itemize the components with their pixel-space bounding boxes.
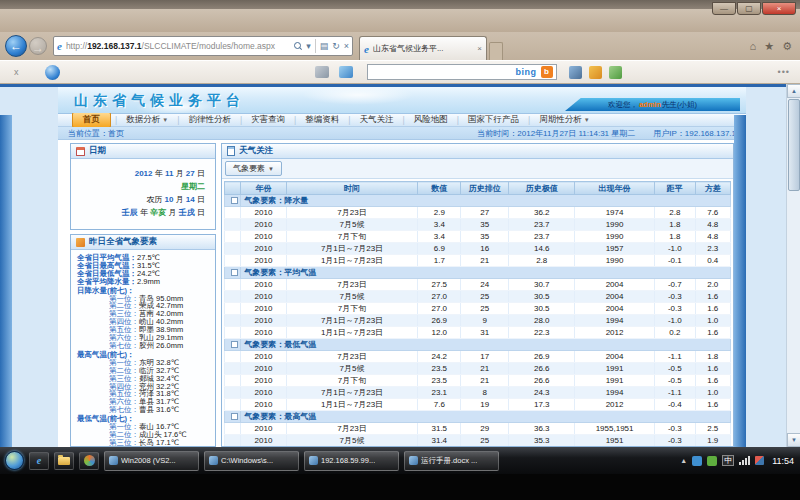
taskbar-folder-icon[interactable] xyxy=(54,452,74,470)
bing-search-input[interactable]: bing b xyxy=(367,64,557,80)
table-cell: -1.0 xyxy=(655,315,695,327)
nav-item-8[interactable]: 周期性分析▼ xyxy=(530,114,598,126)
checkbox[interactable] xyxy=(231,269,238,276)
table-cell: -0.3 xyxy=(655,291,695,303)
checkbox[interactable] xyxy=(231,413,238,420)
table-row[interactable]: 20107月1日～7月23日6.91614.61957-1.02.3 xyxy=(225,243,731,255)
table-row[interactable]: 20107月下旬3.43523.719901.84.8 xyxy=(225,231,731,243)
toolbar-tool-icon-1[interactable] xyxy=(569,66,582,79)
table-row[interactable]: 20101月1日～7月23日7.61917.32012-0.41.6 xyxy=(225,399,731,411)
ime-indicator[interactable]: 中 xyxy=(722,455,734,466)
toolbar-app-icon-1[interactable] xyxy=(315,66,329,78)
tools-gear-icon[interactable]: ⚙ xyxy=(782,40,792,53)
element-group-row[interactable]: 气象要素：最高气温 xyxy=(225,411,731,423)
forward-button[interactable]: → xyxy=(29,37,47,55)
element-group-row[interactable]: 气象要素：降水量 xyxy=(225,195,731,207)
scroll-up-icon[interactable]: ▲ xyxy=(787,84,800,98)
table-cell: 1.6 xyxy=(695,327,730,339)
group-checkbox-cell xyxy=(225,339,241,351)
refresh-icon[interactable]: ↻ xyxy=(332,41,340,51)
vertical-scrollbar[interactable]: ▲ ▼ xyxy=(786,84,800,447)
welcome-prefix: 欢迎您， xyxy=(608,100,638,110)
table-row[interactable]: 20107月1日～7月23日26.9928.01994-1.01.0 xyxy=(225,315,731,327)
table-row[interactable]: 20107月下旬27.02530.52004-0.31.6 xyxy=(225,303,731,315)
nav-item-3[interactable]: 灾害查询 xyxy=(242,114,294,126)
nav-item-0[interactable]: 首页 xyxy=(72,112,111,128)
back-button[interactable]: ← xyxy=(5,35,27,57)
table-row[interactable]: 20107月23日24.21726.92004-1.11.8 xyxy=(225,351,731,363)
nav-item-5[interactable]: 天气关注 xyxy=(351,114,403,126)
element-dropdown-button[interactable]: 气象要素 ▼ xyxy=(225,161,282,176)
taskbar-clock[interactable]: 11:54 xyxy=(772,456,794,466)
network-icon[interactable] xyxy=(739,456,750,465)
taskbar-ie-icon[interactable]: e xyxy=(29,452,49,470)
column-header: 方差 xyxy=(695,182,730,195)
tray-app-icon-2[interactable] xyxy=(707,456,717,466)
table-cell: 28.0 xyxy=(509,315,575,327)
table-row[interactable]: 20107月1日～7月23日23.1824.31994-1.11.0 xyxy=(225,387,731,399)
table-cell: 1.6 xyxy=(695,303,730,315)
favorites-star-icon[interactable]: ★ xyxy=(764,40,774,53)
maximize-button[interactable]: ▢ xyxy=(737,2,761,15)
toolbar-more-icon[interactable]: ••• xyxy=(778,67,790,77)
action-center-flag-icon[interactable] xyxy=(755,456,764,465)
table-row[interactable]: 20107月下旬23.52126.61991-0.51.6 xyxy=(225,375,731,387)
tab-close-icon[interactable]: × xyxy=(477,44,482,53)
scroll-down-icon[interactable]: ▼ xyxy=(787,433,800,447)
table-cell: 17.3 xyxy=(509,399,575,411)
table-row[interactable]: 20107月5候31.42535.31951-0.31.9 xyxy=(225,435,731,447)
toolbar-tool-icon-3[interactable] xyxy=(609,66,622,79)
toolbar-app-icon-2[interactable] xyxy=(339,66,353,78)
taskbar-window-button-3[interactable]: 运行手册.docx ... xyxy=(404,451,499,471)
scrollbar-thumb[interactable] xyxy=(788,99,800,191)
table-cell: 7月23日 xyxy=(286,279,418,291)
address-bar[interactable]: e http://192.168.137.1/SLCCLIMATE/module… xyxy=(53,36,353,56)
nav-item-1[interactable]: 数据分析▼ xyxy=(117,114,177,126)
nav-item-6[interactable]: 风险地图 xyxy=(405,114,457,126)
browser-tab[interactable]: e 山东省气候业务平... × xyxy=(359,36,487,60)
group-label: 气象要素：最高气温 xyxy=(241,411,731,423)
checkbox[interactable] xyxy=(231,341,238,348)
search-caret-icon[interactable]: ▾ xyxy=(306,41,311,51)
table-row[interactable]: 20101月1日～7月23日1.7212.81990-0.10.4 xyxy=(225,255,731,267)
table-cell: 12.0 xyxy=(418,327,461,339)
minimize-button[interactable]: — xyxy=(712,2,736,15)
table-row[interactable]: 20107月5候3.43523.719901.84.8 xyxy=(225,219,731,231)
element-group-row[interactable]: 气象要素：平均气温 xyxy=(225,267,731,279)
element-group-row[interactable]: 气象要素：最低气温 xyxy=(225,339,731,351)
nav-item-7[interactable]: 国家下行产品 xyxy=(459,114,528,126)
bing-badge-icon[interactable]: b xyxy=(541,66,553,78)
taskbar-window-buttons: Win2008 (VS2...C:\Windows\s...192.168.59… xyxy=(99,451,499,471)
tray-app-icon-1[interactable] xyxy=(692,456,702,466)
toolbar-close-icon[interactable]: x xyxy=(14,67,19,77)
table-row[interactable]: 20107月23日2.92736.219742.87.6 xyxy=(225,207,731,219)
table-cell: 1994 xyxy=(575,315,655,327)
table-row[interactable]: 20101月1日～7月23日12.03122.320120.21.6 xyxy=(225,327,731,339)
page-favicon-icon: e xyxy=(57,40,62,52)
checkbox[interactable] xyxy=(231,197,238,204)
home-icon[interactable]: ⌂ xyxy=(750,40,757,53)
stop-icon[interactable]: × xyxy=(344,41,349,51)
taskbar-window-button-0[interactable]: Win2008 (VS2... xyxy=(104,451,199,471)
table-row[interactable]: 20107月5候23.52126.61991-0.51.6 xyxy=(225,363,731,375)
start-button[interactable] xyxy=(5,451,24,470)
table-cell: 22.3 xyxy=(509,327,575,339)
close-button[interactable]: × xyxy=(762,2,796,15)
toolbar-orb-icon[interactable] xyxy=(45,65,60,80)
table-row[interactable]: 20107月5候27.02530.52004-0.31.6 xyxy=(225,291,731,303)
taskbar-window-button-2[interactable]: 192.168.59.99... xyxy=(304,451,399,471)
nav-item-2[interactable]: 韵律性分析 xyxy=(179,114,240,126)
table-row[interactable]: 20107月23日31.52936.31955,1951-0.32.5 xyxy=(225,423,731,435)
taskbar-window-button-1[interactable]: C:\Windows\s... xyxy=(204,451,299,471)
search-icon[interactable] xyxy=(294,42,302,50)
calendar-text: 月 xyxy=(173,195,185,204)
calendar-text: 日 xyxy=(195,195,205,204)
table-cell: 2010 xyxy=(241,231,287,243)
compatibility-view-icon[interactable]: ▤ xyxy=(320,41,329,51)
taskbar-media-icon[interactable] xyxy=(79,452,99,470)
new-tab-button[interactable] xyxy=(489,42,503,60)
nav-item-4[interactable]: 整编资料 xyxy=(296,114,348,126)
tray-expand-icon[interactable]: ▲ xyxy=(680,457,687,464)
table-row[interactable]: 20107月23日27.52430.72004-0.72.0 xyxy=(225,279,731,291)
toolbar-tool-icon-2[interactable] xyxy=(589,66,602,79)
